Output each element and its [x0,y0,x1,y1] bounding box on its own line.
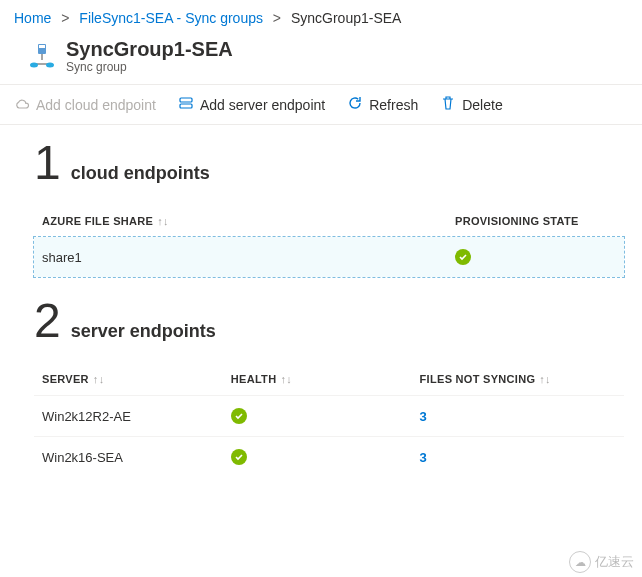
col-files-not-syncing[interactable]: FILES NOT SYNCING↑↓ [412,363,624,396]
chevron-right-icon: > [273,10,281,26]
chevron-right-icon: > [61,10,69,26]
table-row[interactable]: share1 [34,237,624,277]
cloud-section-label: cloud endpoints [71,163,210,184]
svg-point-2 [30,63,38,68]
breadcrumb-current: SyncGroup1-SEA [291,10,402,26]
breadcrumb-home[interactable]: Home [14,10,51,26]
svg-rect-5 [180,104,192,108]
cell-health [223,437,412,478]
cloud-upload-icon [14,95,30,114]
add-cloud-endpoint-button: Add cloud endpoint [14,95,156,114]
sort-icon: ↑↓ [157,215,169,227]
files-not-syncing-link[interactable]: 3 [420,409,427,424]
server-section-label: server endpoints [71,321,216,342]
sort-icon: ↑↓ [93,373,105,385]
cloud-endpoints-table: AZURE FILE SHARE↑↓ PROVISIONING STATE sh… [34,205,624,277]
page-subtitle: Sync group [66,60,233,74]
trash-icon [440,95,456,114]
sync-group-icon [28,42,56,70]
sort-icon: ↑↓ [539,373,551,385]
cell-server: Win2k12R2-AE [34,396,223,437]
toolbar-label: Add cloud endpoint [36,97,156,113]
breadcrumb: Home > FileSync1-SEA - Sync groups > Syn… [0,0,642,34]
add-server-endpoint-button[interactable]: Add server endpoint [178,95,325,114]
toolbar-label: Refresh [369,97,418,113]
server-count: 2 [34,297,61,345]
watermark: ☁ 亿速云 [569,551,634,573]
toolbar-label: Add server endpoint [200,97,325,113]
sort-icon: ↑↓ [280,373,292,385]
files-not-syncing-link[interactable]: 3 [420,450,427,465]
refresh-button[interactable]: Refresh [347,95,418,114]
success-icon [231,408,247,424]
server-endpoints-section: 2 server endpoints SERVER↑↓ HEALTH↑↓ FIL… [0,283,642,483]
success-icon [231,449,247,465]
cell-server: Win2k16-SEA [34,437,223,478]
cloud-endpoints-section: 1 cloud endpoints AZURE FILE SHARE↑↓ PRO… [0,125,642,283]
delete-button[interactable]: Delete [440,95,502,114]
svg-rect-4 [180,98,192,102]
page-title: SyncGroup1-SEA [66,38,233,61]
table-row[interactable]: Win2k16-SEA 3 [34,437,624,478]
server-endpoints-table: SERVER↑↓ HEALTH↑↓ FILES NOT SYNCING↑↓ Wi… [34,363,624,477]
refresh-icon [347,95,363,114]
cloud-logo-icon: ☁ [569,551,591,573]
cell-health [223,396,412,437]
breadcrumb-parent[interactable]: FileSync1-SEA - Sync groups [79,10,263,26]
col-server[interactable]: SERVER↑↓ [34,363,223,396]
cloud-count: 1 [34,139,61,187]
col-health[interactable]: HEALTH↑↓ [223,363,412,396]
success-icon [455,249,471,265]
table-row[interactable]: Win2k12R2-AE 3 [34,396,624,437]
cell-state [447,237,624,277]
col-azure-file-share[interactable]: AZURE FILE SHARE↑↓ [34,205,447,237]
toolbar-label: Delete [462,97,502,113]
command-bar: Add cloud endpoint Add server endpoint R… [0,84,642,125]
col-provisioning-state[interactable]: PROVISIONING STATE [447,205,624,237]
svg-point-3 [46,63,54,68]
server-icon [178,95,194,114]
cell-share: share1 [34,237,447,277]
svg-rect-1 [39,45,45,48]
page-header: SyncGroup1-SEA Sync group [0,34,642,84]
